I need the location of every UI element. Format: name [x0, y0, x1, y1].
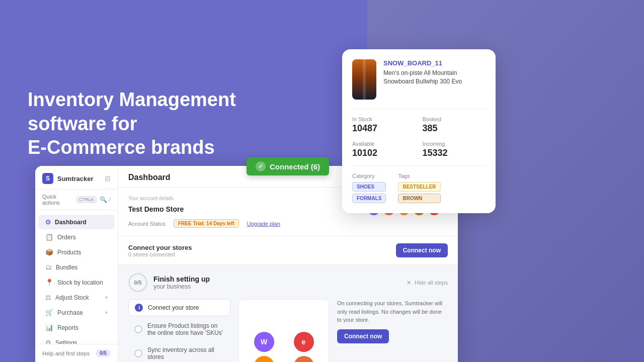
connect-now-button[interactable]: Connect now: [396, 243, 448, 257]
etsy-logo: ε: [294, 356, 314, 362]
account-name: Test Demo Store: [128, 205, 184, 213]
tag-bestseller: BESTSELLER: [398, 182, 440, 192]
stat-incoming: Incoming 15332: [423, 141, 486, 158]
connect-info-panel: On connecting your stores, Sumtracker wi…: [337, 299, 448, 362]
footer-progress: 0/5: [96, 349, 111, 357]
trial-badge: FREE Trial: 14 Days left: [174, 219, 239, 228]
sidebar-logo: S Sumtracker ⊟: [35, 166, 118, 190]
product-meta: Category SHOES FORMALS Tags BESTSELLER B…: [352, 165, 486, 203]
products-icon: 📦: [45, 248, 53, 256]
product-id: SNOW_BOARD_11: [383, 59, 486, 67]
adjust-icon: ⚖: [45, 294, 51, 301]
footer-label: Help and first steps: [42, 350, 90, 356]
upgrade-link[interactable]: Upgrade plan: [247, 221, 280, 227]
sidebar-item-reports[interactable]: 📊 Reports: [38, 320, 115, 335]
store-logos-grid: W e a ε: [246, 332, 321, 362]
sidebar-item-stock-by-location[interactable]: 📍 Stock by location: [38, 275, 115, 290]
logo-text: Sumtracker: [57, 175, 94, 183]
sidebar-item-label: Reports: [57, 324, 78, 331]
sidebar-item-purchase[interactable]: 🛒 Purchase ▾: [38, 305, 115, 320]
search-icon[interactable]: 🔍: [100, 196, 107, 203]
step-label-2: Ensure Product listings on the online st…: [147, 322, 224, 336]
step-dot-2: [134, 325, 142, 333]
close-icon: ✕: [407, 280, 411, 286]
expand-icon: ▾: [105, 295, 108, 300]
reports-icon: 📊: [45, 324, 53, 331]
step-2[interactable]: Ensure Product listings on the online st…: [128, 318, 230, 340]
incoming-label: Incoming: [423, 141, 486, 147]
sidebar-footer[interactable]: Help and first steps 0/5: [35, 344, 118, 362]
tag-shoes: SHOES: [352, 182, 386, 192]
orders-icon: 📋: [45, 233, 53, 241]
connect-stores-subtitle: 0 stores connected: [128, 251, 192, 257]
setup-title: Finish setting up: [153, 275, 210, 283]
sidebar-item-settings[interactable]: ⚙ Settings: [38, 335, 115, 344]
sidebar-item-label: Orders: [57, 234, 76, 241]
product-card-header: SNOW_BOARD_11 Men's on-piste All Mountai…: [352, 59, 486, 100]
sidebar-item-label: Adjust Stock: [55, 294, 89, 301]
quick-actions-label: Quick actions: [42, 194, 73, 206]
tags-section: Tags BESTSELLER BROWN: [398, 173, 440, 203]
category-tags: SHOES FORMALS: [352, 182, 386, 203]
setup-content: ℹ Connect your store Ensure Product list…: [128, 299, 448, 362]
sidebar-item-bundles[interactable]: 🗂 Bundles: [38, 260, 115, 275]
step-label-3: Sync inventory across all stores: [147, 346, 224, 360]
connect-stores-section: Connect your stores 0 stores connected C…: [118, 236, 458, 265]
sidebar-item-adjust-stock[interactable]: ⚖ Adjust Stock ▾: [38, 290, 115, 305]
category-label: Category: [352, 173, 386, 179]
step-label-1: Connect your store: [148, 304, 199, 311]
hero-line2: E-Commerce brands: [28, 137, 215, 158]
connected-badge[interactable]: ✓ Connected (6): [247, 157, 329, 175]
sidebar-item-dashboard[interactable]: ⊙ Dashboard: [38, 215, 115, 229]
incoming-value: 15332: [423, 148, 486, 158]
nav-items: ⊙ Dashboard 📋 Orders 📦 Products 🗂 Bundle…: [35, 210, 118, 344]
step-3[interactable]: Sync inventory across all stores: [128, 342, 230, 362]
sidebar-collapse-icon[interactable]: ⊟: [105, 174, 111, 183]
woo-logo: W: [254, 332, 274, 352]
stat-available: Available 10102: [352, 141, 416, 158]
setup-subtitle: your business: [153, 283, 210, 290]
product-image: [352, 59, 376, 100]
quick-actions-icons: 🔍 /: [100, 196, 111, 203]
connect-button-small[interactable]: Connect now: [337, 329, 389, 343]
setup-title-text: Finish setting up your business: [153, 275, 210, 290]
step-dot-1: ℹ: [135, 304, 143, 312]
tag-brown: BROWN: [398, 194, 440, 203]
in-stock-label: In Stock: [352, 116, 416, 122]
step-1[interactable]: ℹ Connect your store: [128, 299, 230, 316]
quick-actions[interactable]: Quick actions CTRLK 🔍 /: [35, 190, 118, 210]
product-description: Men's on-piste All Mountain Snowboard Bu…: [383, 69, 486, 86]
sidebar-item-label: Products: [57, 249, 81, 256]
category-section: Category SHOES FORMALS: [352, 173, 386, 203]
hero-line1: Inventory Management software for: [28, 89, 236, 134]
hide-steps[interactable]: ✕ Hide all steps: [407, 280, 448, 286]
product-info: SNOW_BOARD_11 Men's on-piste All Mountai…: [383, 59, 486, 86]
kbd-ctrlk: CTRLK: [76, 196, 97, 203]
account-status-row: Account Status FREE Trial: 14 Days left …: [128, 219, 448, 228]
connect-stores-left: Connect your stores 0 stores connected: [128, 244, 192, 257]
sidebar-item-label: Stock by location: [57, 279, 103, 286]
hero-text: Inventory Management software for E-Comm…: [28, 88, 309, 160]
slash-icon[interactable]: /: [109, 196, 111, 203]
sidebar: S Sumtracker ⊟ Quick actions CTRLK 🔍 / ⊙…: [35, 166, 118, 362]
location-icon: 📍: [45, 279, 53, 286]
dashboard-icon: ⊙: [45, 218, 51, 226]
logo-group: S Sumtracker: [42, 173, 94, 184]
hide-steps-label: Hide all steps: [415, 280, 448, 286]
amazon-logo: a: [254, 356, 274, 362]
tag-formals: FORMALS: [352, 194, 386, 203]
settings-icon: ⚙: [45, 339, 51, 344]
connected-label: Connected (6): [270, 162, 320, 171]
sidebar-item-products[interactable]: 📦 Products: [38, 245, 115, 259]
connected-icon: ✓: [256, 161, 266, 171]
store-logos-panel: W e a ε: [238, 299, 329, 362]
stat-booked: Booked 385: [423, 116, 486, 134]
setup-section: 0/5 Finish setting up your business ✕ Hi…: [118, 265, 458, 362]
sidebar-item-label: Settings: [55, 339, 77, 344]
booked-value: 385: [423, 123, 486, 134]
sidebar-item-orders[interactable]: 📋 Orders: [38, 230, 115, 244]
setup-title-block: 0/5 Finish setting up your business: [128, 273, 210, 292]
ebay-logo: e: [294, 332, 314, 352]
logo-icon: S: [42, 173, 53, 184]
setup-header: 0/5 Finish setting up your business ✕ Hi…: [128, 273, 448, 292]
